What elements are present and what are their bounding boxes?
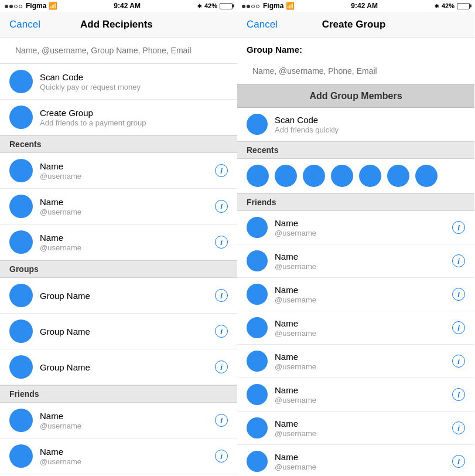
item-username: @username <box>275 362 452 371</box>
recent-avatar[interactable] <box>275 165 297 187</box>
item-text: Name @username <box>275 352 452 371</box>
recent-avatar[interactable] <box>247 165 269 187</box>
info-icon[interactable]: i <box>452 355 465 368</box>
list-item[interactable]: Name @username i <box>237 412 474 445</box>
scan-code-item[interactable]: Scan Code Add friends quickly <box>237 108 474 141</box>
list-item[interactable]: Name @username i <box>237 211 474 244</box>
avatar <box>247 451 268 472</box>
create-group-avatar <box>9 106 33 129</box>
info-icon[interactable]: i <box>215 236 228 249</box>
list-item[interactable]: Name @username i <box>237 345 474 378</box>
item-text: Name @username <box>275 251 452 271</box>
info-icon[interactable]: i <box>452 388 465 401</box>
item-text: Group Name <box>40 327 215 336</box>
item-name: Name <box>40 447 215 457</box>
info-icon[interactable]: i <box>452 221 465 234</box>
time: 9:42 AM <box>351 2 378 10</box>
list-item[interactable]: Name @username i <box>237 311 474 345</box>
item-name: Name <box>275 218 452 228</box>
recent-avatar[interactable] <box>303 165 325 187</box>
scan-code-sub: Add friends quickly <box>275 125 465 134</box>
create-group-item[interactable]: Create Group Add friends to a payment gr… <box>0 100 237 135</box>
recent-avatar[interactable] <box>359 165 381 187</box>
status-bar: Figma 📶 9:42 AM ∗ 42% <box>0 0 237 12</box>
search-input[interactable] <box>9 42 228 59</box>
item-username: @username <box>40 243 215 252</box>
group-list-item[interactable]: Group Name i <box>0 278 237 314</box>
avatar <box>247 250 268 271</box>
create-group-sub: Add friends to a payment group <box>40 118 228 127</box>
group-name: Group Name <box>40 291 215 301</box>
nav-title: Add Recipients <box>80 19 153 30</box>
cancel-button[interactable]: Cancel <box>9 19 40 30</box>
list-item[interactable]: Name @username i <box>237 445 474 476</box>
list-item[interactable]: Name @username i <box>0 189 237 225</box>
item-name: Name <box>275 419 452 429</box>
battery-icon <box>220 3 233 9</box>
info-icon[interactable]: i <box>215 450 228 463</box>
info-icon[interactable]: i <box>452 421 465 434</box>
scan-code-item[interactable]: Scan Code Quickly pay or request money <box>0 64 237 100</box>
info-icon[interactable]: i <box>452 321 465 334</box>
item-name: Name <box>275 452 452 462</box>
list-item[interactable]: Name @username i <box>0 153 237 189</box>
recents-section-header: Recents <box>0 135 237 153</box>
scan-code-name: Scan Code <box>275 115 465 125</box>
list-item[interactable]: Name @username i <box>0 438 237 474</box>
recent-avatar[interactable] <box>415 165 438 187</box>
item-username: @username <box>275 262 452 271</box>
avatar <box>9 444 33 468</box>
info-icon[interactable]: i <box>215 200 228 213</box>
item-text: Name @username <box>275 419 452 438</box>
search-bar <box>0 38 237 64</box>
nav-title: Create Group <box>322 19 386 30</box>
status-right: ∗ 42% <box>434 2 470 10</box>
item-text: Group Name <box>40 362 215 372</box>
scan-code-sub: Quickly pay or request money <box>40 83 228 91</box>
item-username: @username <box>40 421 215 430</box>
cancel-button[interactable]: Cancel <box>247 19 278 30</box>
item-text: Name @username <box>275 285 452 304</box>
item-text: Name @username <box>275 452 452 471</box>
info-icon[interactable]: i <box>215 164 228 177</box>
info-icon[interactable]: i <box>452 455 465 468</box>
recents-section-header: Recents <box>237 141 474 159</box>
item-username: @username <box>275 429 452 438</box>
group-list-item[interactable]: Group Name i <box>0 349 237 385</box>
info-icon[interactable]: i <box>215 325 228 338</box>
info-icon[interactable]: i <box>215 361 228 373</box>
item-text: Group Name <box>40 291 215 301</box>
info-icon[interactable]: i <box>452 254 465 267</box>
group-avatar <box>9 319 33 343</box>
info-icon[interactable]: i <box>215 289 228 302</box>
scan-code-text: Scan Code Quickly pay or request money <box>40 72 228 91</box>
group-name: Group Name <box>40 327 215 336</box>
item-username: @username <box>275 229 452 237</box>
group-name-label: Group Name: <box>237 38 474 58</box>
item-name: Name <box>40 197 215 207</box>
recents-avatars-row <box>237 159 474 193</box>
avatar <box>247 317 268 338</box>
info-icon[interactable]: i <box>452 288 465 301</box>
list-item[interactable]: Name @username i <box>237 244 474 278</box>
battery-icon <box>457 3 470 9</box>
bluetooth-icon: ∗ <box>197 2 202 10</box>
signal-dots <box>5 2 23 10</box>
list-item[interactable]: Name @username i <box>237 278 474 311</box>
group-member-search-input[interactable] <box>247 63 465 79</box>
list-item[interactable]: Name @username i <box>0 225 237 260</box>
avatar <box>247 417 268 438</box>
scan-code-avatar <box>247 114 268 135</box>
recent-avatar[interactable] <box>387 165 409 187</box>
avatar <box>9 159 33 182</box>
item-name: Name <box>275 352 452 362</box>
item-text: Name @username <box>40 161 215 181</box>
info-icon[interactable]: i <box>215 414 228 427</box>
status-bar: Figma 📶 9:42 AM ∗ 42% <box>237 0 474 12</box>
list-item[interactable]: Name @username i <box>237 378 474 412</box>
group-list-item[interactable]: Group Name i <box>0 314 237 349</box>
wifi-icon: 📶 <box>286 2 295 10</box>
app-name: Figma <box>26 2 46 10</box>
recent-avatar[interactable] <box>331 165 353 187</box>
list-item[interactable]: Name @username i <box>0 403 237 438</box>
